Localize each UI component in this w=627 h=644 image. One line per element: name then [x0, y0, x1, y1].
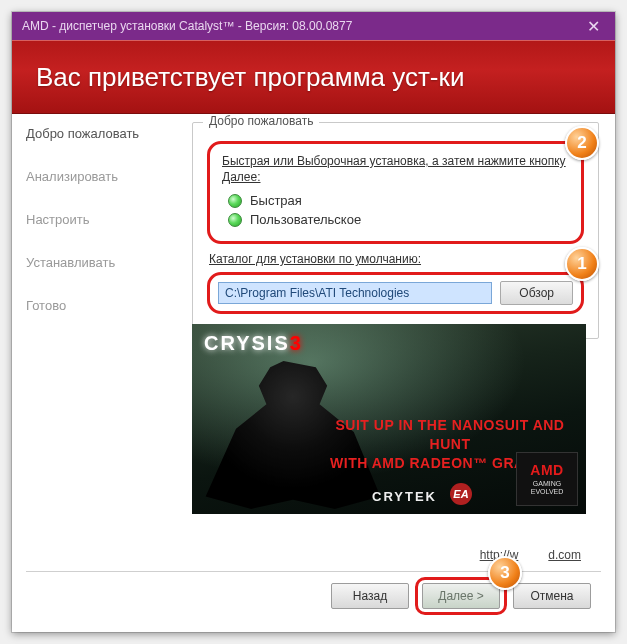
next-button[interactable]: Далее > [422, 583, 500, 609]
next-button-callout: Далее > 3 [415, 577, 507, 615]
step-install[interactable]: Устанавливать [26, 255, 184, 270]
step-welcome[interactable]: Добро пожаловать [26, 126, 184, 141]
group-legend: Добро пожаловать [203, 114, 319, 128]
step-configure[interactable]: Настроить [26, 212, 184, 227]
window-title: AMD - диспетчер установки Catalyst™ - Ве… [22, 19, 352, 33]
radio-dot-icon [228, 213, 242, 227]
browse-button[interactable]: Обзор [500, 281, 573, 305]
step-analyze[interactable]: Анализировать [26, 169, 184, 184]
promo-title-num: 3 [290, 332, 303, 354]
radio-express-label: Быстрая [250, 193, 302, 208]
amd-text: AMD [530, 462, 563, 478]
gaming-evolved-text: GAMING EVOLVED [521, 480, 573, 495]
wizard-steps: Добро пожаловать Анализировать Настроить… [26, 126, 184, 313]
catalog-label: Каталог для установки по умолчанию: [209, 252, 584, 266]
install-instruction: Быстрая или Выборочная установка, а зате… [222, 154, 569, 185]
page-title: Вас приветствует программа уст-ки [36, 62, 464, 93]
welcome-groupbox: Добро пожаловать Быстрая или Выборочная … [192, 122, 599, 339]
annotation-badge-1: 1 [565, 247, 599, 281]
promo-title: CRYSIS3 [204, 332, 303, 355]
wizard-footer: Назад Далее > 3 Отмена [12, 576, 615, 632]
radio-dot-icon [228, 194, 242, 208]
annotation-badge-3: 3 [488, 556, 522, 590]
promo-tagline-1: SUIT UP IN THE NANOSUIT AND HUNT [324, 416, 576, 454]
install-path-callout: Обзор 1 [207, 272, 584, 314]
promo-banner: CRYSIS3 SUIT UP IN THE NANOSUIT AND HUNT… [192, 324, 586, 514]
close-button[interactable]: ✕ [571, 12, 615, 40]
header-band: Вас приветствует программа уст-ки [12, 40, 615, 114]
radio-express[interactable]: Быстрая [228, 193, 569, 208]
link-text-b: d.com [548, 548, 581, 562]
promo-title-text: CRYSIS [204, 332, 290, 354]
amd-gaming-evolved-logo: AMD GAMING EVOLVED [516, 452, 578, 506]
close-icon: ✕ [587, 17, 600, 36]
radio-custom-label: Пользовательское [250, 212, 361, 227]
ea-logo: EA [450, 483, 472, 505]
install-path-input[interactable] [218, 282, 492, 304]
cancel-button[interactable]: Отмена [513, 583, 591, 609]
step-done[interactable]: Готово [26, 298, 184, 313]
titlebar: AMD - диспетчер установки Catalyst™ - Ве… [12, 12, 615, 40]
back-button[interactable]: Назад [331, 583, 409, 609]
annotation-badge-2: 2 [565, 126, 599, 160]
crytek-logo: CRYTEK [372, 489, 437, 504]
install-type-callout: Быстрая или Выборочная установка, а зате… [207, 141, 584, 244]
radio-custom[interactable]: Пользовательское [228, 212, 569, 227]
